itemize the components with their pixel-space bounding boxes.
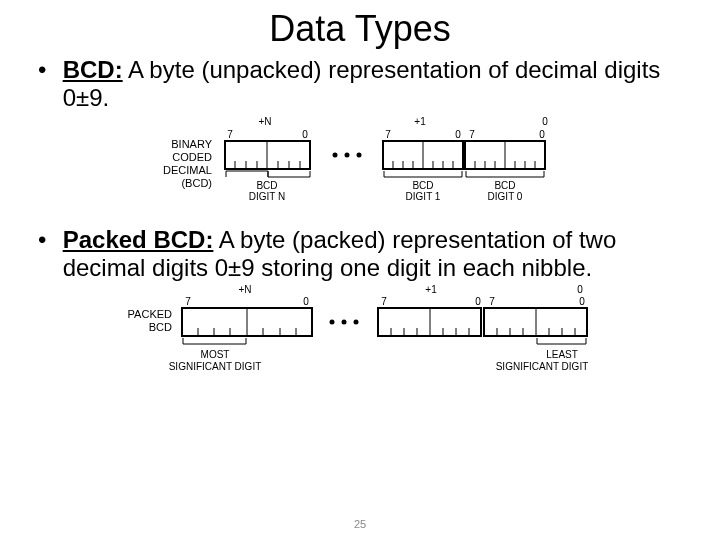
bullet-dot: •	[38, 56, 56, 84]
svg-point-10	[357, 153, 362, 158]
bullet-body: A byte (unpacked) representation of deci…	[63, 56, 661, 111]
bullet-text: Packed BCD: A byte (packed) representati…	[63, 226, 663, 281]
bullet-label: Packed BCD:	[63, 226, 214, 253]
bit7: 7	[227, 129, 233, 140]
top-plusN: +N	[238, 284, 251, 295]
bcd-label: BCD	[494, 180, 515, 191]
page-title: Data Types	[0, 8, 720, 50]
svg-point-36	[342, 320, 347, 325]
top-zero: 0	[577, 284, 583, 295]
digit1-label: DIGIT 1	[406, 191, 441, 202]
most-label: MOST	[201, 349, 230, 360]
digitN-label: DIGIT N	[249, 191, 285, 202]
digit0-label: DIGIT 0	[488, 191, 523, 202]
bcd-label: BCD	[412, 180, 433, 191]
sigdigit-label: SIGNIFICANT DIGIT	[169, 361, 262, 372]
bullet-text: BCD: A byte (unpacked) representation of…	[63, 56, 663, 111]
top-plus1: +1	[414, 116, 426, 127]
svg-point-35	[330, 320, 335, 325]
bullet-label: BCD:	[63, 56, 123, 83]
bcd-label: BCD	[256, 180, 277, 191]
bit0: 0	[579, 296, 585, 307]
diagram-packed-bcd: PACKED BCD +N 7 0 MOST SIGNIFICANT DIGIT…	[0, 283, 720, 387]
svg-point-37	[354, 320, 359, 325]
side-label: DECIMAL	[163, 164, 212, 176]
side-label: PACKED	[128, 308, 172, 320]
side-label: BINARY	[171, 138, 212, 150]
bullet-dot: •	[38, 226, 56, 254]
bit0: 0	[455, 129, 461, 140]
svg-point-9	[345, 153, 350, 158]
bit7: 7	[489, 296, 495, 307]
bit7: 7	[385, 129, 391, 140]
bit0: 0	[303, 296, 309, 307]
bit7: 7	[185, 296, 191, 307]
bit7: 7	[381, 296, 387, 307]
top-plusN: +N	[258, 116, 271, 127]
bit0: 0	[475, 296, 481, 307]
bullet-bcd: • BCD: A byte (unpacked) representation …	[38, 56, 682, 111]
top-plus1: +1	[425, 284, 437, 295]
bit0: 0	[302, 129, 308, 140]
side-label: (BCD)	[181, 177, 212, 189]
svg-point-8	[333, 153, 338, 158]
diagram-bcd: BINARY CODED DECIMAL (BCD) +N 7 0 BCD DI…	[0, 113, 720, 212]
side-label: CODED	[172, 151, 212, 163]
side-label: BCD	[149, 321, 172, 333]
least-label: LEAST	[546, 349, 578, 360]
bit7: 7	[469, 129, 475, 140]
bullet-packed-bcd: • Packed BCD: A byte (packed) representa…	[38, 226, 682, 281]
sigdigit-label: SIGNIFICANT DIGIT	[496, 361, 589, 372]
top-zero: 0	[542, 116, 548, 127]
bit0: 0	[539, 129, 545, 140]
page-number: 25	[0, 518, 720, 530]
